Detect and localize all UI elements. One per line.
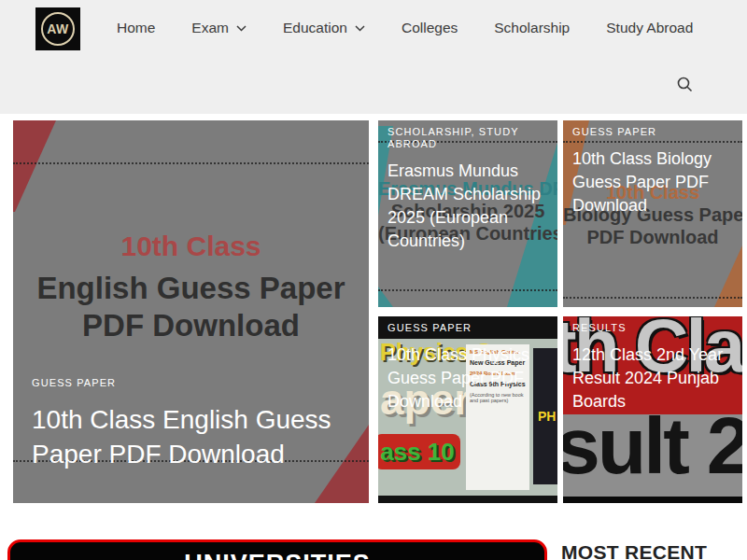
nav-item-home[interactable]: Home xyxy=(117,20,155,36)
page: AW Home Exam Education Colleges Scholars… xyxy=(0,0,747,560)
site-header: AW Home Exam Education Colleges Scholars… xyxy=(0,0,747,114)
card-overlay-content: GUESS PAPER 10th Class English Guess Pap… xyxy=(32,377,350,471)
post-title-link[interactable]: 10th Class Physics Guess Paper PDF Downl… xyxy=(388,343,550,413)
universities-banner[interactable]: UNIVERSITIES xyxy=(7,539,547,560)
class-badge: ass 10 xyxy=(378,434,460,469)
background-image-text: 10th Class English Guess Paper PDF Downl… xyxy=(13,231,369,344)
post-card-english-guess-paper[interactable]: 10th Class English Guess Paper PDF Downl… xyxy=(13,120,369,503)
nav-label: Study Abroad xyxy=(606,20,693,36)
dotted-line xyxy=(13,162,369,164)
site-logo[interactable]: AW xyxy=(35,7,80,50)
post-card-physics-guess-paper[interactable]: Physics Gue aper ass 10 MS English Cente… xyxy=(378,316,557,503)
dotted-line xyxy=(563,297,742,299)
nav-label: Exam xyxy=(191,20,229,36)
nav-label: Scholarship xyxy=(494,20,570,36)
universities-banner-label: UNIVERSITIES xyxy=(184,550,371,560)
nav-item-exam[interactable]: Exam xyxy=(191,20,247,36)
category-link[interactable]: RESULTS xyxy=(572,322,735,334)
search-icon xyxy=(675,75,694,93)
category-link[interactable]: GUESS PAPER xyxy=(388,322,550,334)
post-card-biology-guess-paper[interactable]: 10th Class Biology Guess Paper PDF Downl… xyxy=(563,120,742,307)
category-link[interactable]: GUESS PAPER xyxy=(572,126,735,138)
card-overlay-content: SCHOLARSHIP, STUDY ABROAD Erasmus Mundus… xyxy=(388,126,550,253)
chevron-down-icon xyxy=(355,25,365,32)
nav-label: Colleges xyxy=(402,20,458,36)
main-nav: Home Exam Education Colleges Scholarship… xyxy=(117,0,693,56)
category-link[interactable]: GUESS PAPER xyxy=(32,377,350,388)
nav-item-study-abroad[interactable]: Study Abroad xyxy=(606,20,693,36)
card-overlay-content: GUESS PAPER 10th Class Physics Guess Pap… xyxy=(388,322,550,413)
chevron-down-icon xyxy=(236,25,247,32)
nav-item-colleges[interactable]: Colleges xyxy=(402,20,458,36)
post-card-12th-result[interactable]: th Cla sult 20 RESULTS 12th Class 2nd Ye… xyxy=(563,316,742,503)
card-overlay-content: GUESS PAPER 10th Class Biology Guess Pap… xyxy=(572,126,735,217)
nav-label: Education xyxy=(283,20,347,36)
post-title-link[interactable]: 12th Class 2nd Year Result 2024 Punjab B… xyxy=(572,343,735,413)
bg-text-line: 10th Class xyxy=(13,231,369,262)
search-button[interactable] xyxy=(672,72,697,96)
dotted-line xyxy=(378,289,557,291)
gray-band: sult 20 xyxy=(563,414,742,497)
category-link[interactable]: SCHOLARSHIP, STUDY ABROAD xyxy=(388,126,550,150)
post-card-erasmus-scholarship[interactable]: Erasmus Mundus DREAM Scholarship 2025 (E… xyxy=(378,120,557,307)
post-title-link[interactable]: 10th Class English Guess Paper PDF Downl… xyxy=(32,402,350,471)
post-title-link[interactable]: Erasmus Mundus DREAM Scholarship 2025 (E… xyxy=(388,160,550,253)
card-overlay-content: RESULTS 12th Class 2nd Year Result 2024 … xyxy=(572,322,735,413)
most-recent-heading: MOST RECENT xyxy=(561,541,707,560)
nav-item-education[interactable]: Education xyxy=(283,20,365,36)
nav-label: Home xyxy=(117,20,155,36)
logo-text: AW xyxy=(47,21,69,36)
nav-item-scholarship[interactable]: Scholarship xyxy=(494,20,570,36)
logo-circle-icon: AW xyxy=(41,12,75,46)
bg-text-line: English Guess Paper xyxy=(13,270,369,307)
bg-text-line: PDF Download xyxy=(563,226,742,248)
black-band xyxy=(563,497,742,503)
post-title-link[interactable]: 10th Class Biology Guess Paper PDF Downl… xyxy=(572,147,735,217)
bg-text-line: PDF Download xyxy=(13,307,369,344)
